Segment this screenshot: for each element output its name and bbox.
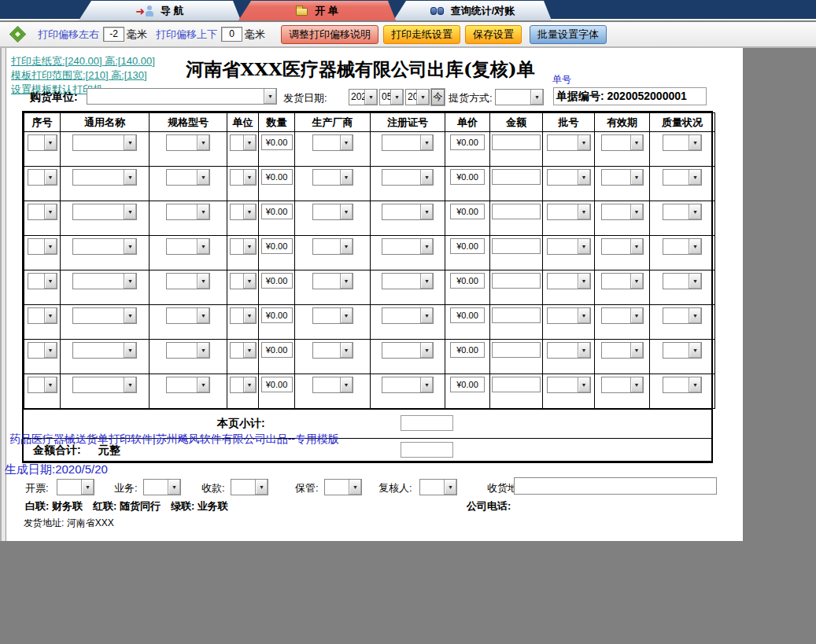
cell-combo[interactable]: ▼ — [72, 377, 137, 393]
dropdown-arrow-icon[interactable]: ▼ — [243, 204, 256, 219]
cell-combo[interactable]: ▼ — [312, 342, 353, 359]
today-button[interactable]: 今 — [431, 89, 445, 105]
dropdown-arrow-icon[interactable]: ▼ — [124, 377, 136, 392]
cell-combo[interactable]: ▼ — [547, 204, 591, 220]
dropdown-arrow-icon[interactable]: ▼ — [124, 343, 136, 358]
cell-combo[interactable]: ▼ — [166, 204, 210, 220]
dropdown-arrow-icon[interactable]: ▼ — [689, 135, 701, 150]
cell-combo[interactable]: ▼ — [382, 169, 434, 186]
cell-money-input[interactable]: ¥0.00 — [261, 273, 293, 289]
cell-combo[interactable]: ▼ — [382, 134, 434, 151]
cell-combo[interactable]: ▼ — [166, 238, 210, 255]
dropdown-arrow-icon[interactable]: ▼ — [630, 274, 643, 289]
dropdown-arrow-icon[interactable]: ▼ — [689, 204, 701, 219]
dropdown-arrow-icon[interactable]: ▼ — [630, 204, 643, 219]
cell-combo[interactable]: ▼ — [28, 307, 57, 324]
cell-combo[interactable]: ▼ — [601, 273, 644, 289]
custodian-combo[interactable]: ▼ — [324, 479, 362, 495]
cell-combo[interactable]: ▼ — [601, 169, 644, 186]
dropdown-arrow-icon[interactable]: ▼ — [420, 204, 433, 219]
cell-combo[interactable]: ▼ — [230, 342, 257, 359]
cell-combo[interactable]: ▼ — [663, 204, 702, 220]
total-amount-input[interactable] — [401, 442, 453, 458]
dropdown-arrow-icon[interactable]: ▼ — [340, 343, 353, 358]
delivery-method-combo[interactable]: ▼ — [495, 89, 544, 105]
cell-money-input[interactable]: ¥0.00 — [261, 134, 293, 150]
dropdown-arrow-icon[interactable]: ▼ — [81, 480, 94, 495]
cell-combo[interactable]: ▼ — [663, 273, 702, 289]
save-settings-button[interactable]: 保存设置 — [465, 25, 522, 44]
reviewer-combo[interactable]: ▼ — [419, 479, 457, 495]
cell-combo[interactable]: ▼ — [28, 377, 57, 393]
dropdown-arrow-icon[interactable]: ▼ — [124, 135, 136, 150]
cell-combo[interactable]: ▼ — [230, 204, 257, 220]
dropdown-arrow-icon[interactable]: ▼ — [630, 377, 643, 392]
dropdown-arrow-icon[interactable]: ▼ — [197, 204, 209, 219]
cell-combo[interactable]: ▼ — [72, 238, 137, 255]
cell-combo[interactable]: ▼ — [663, 342, 702, 359]
cell-money-input[interactable]: ¥0.00 — [450, 204, 485, 219]
dropdown-arrow-icon[interactable]: ▼ — [364, 90, 377, 105]
dropdown-arrow-icon[interactable]: ▼ — [243, 239, 256, 254]
cell-combo[interactable]: ▼ — [28, 204, 57, 220]
dropdown-arrow-icon[interactable]: ▼ — [340, 308, 353, 323]
dropdown-arrow-icon[interactable]: ▼ — [197, 135, 209, 150]
cell-combo[interactable]: ▼ — [72, 204, 137, 220]
dropdown-arrow-icon[interactable]: ▼ — [420, 135, 433, 150]
cell-combo[interactable]: ▼ — [601, 204, 644, 220]
cell-combo[interactable]: ▼ — [230, 238, 257, 255]
doc-number-input[interactable]: 单据编号: 2020052000001 — [553, 87, 707, 105]
cell-combo[interactable]: ▼ — [382, 377, 434, 393]
cell-combo[interactable]: ▼ — [663, 238, 702, 255]
dropdown-arrow-icon[interactable]: ▼ — [243, 135, 256, 150]
dropdown-arrow-icon[interactable]: ▼ — [44, 135, 57, 150]
dropdown-arrow-icon[interactable]: ▼ — [416, 90, 429, 105]
issuer-combo[interactable]: ▼ — [57, 479, 94, 495]
cell-money-input[interactable]: ¥0.00 — [450, 377, 485, 392]
offset-lr-input[interactable]: -2 — [103, 27, 124, 42]
dropdown-arrow-icon[interactable]: ▼ — [578, 239, 590, 254]
cell-combo[interactable]: ▼ — [230, 169, 257, 186]
cell-combo[interactable]: ▼ — [382, 238, 434, 255]
cell-combo[interactable]: ▼ — [166, 273, 210, 289]
cell-money-input[interactable]: ¥0.00 — [450, 273, 485, 289]
tab-query-stats[interactable]: 查询统计/对账 — [393, 1, 552, 20]
cell-amount-input[interactable] — [492, 169, 541, 185]
cell-combo[interactable]: ▼ — [312, 134, 353, 151]
dropdown-arrow-icon[interactable]: ▼ — [197, 274, 209, 289]
ship-date-day-combo[interactable]: 20▼ — [405, 89, 430, 105]
dropdown-arrow-icon[interactable]: ▼ — [340, 377, 353, 392]
cell-combo[interactable]: ▼ — [547, 238, 591, 255]
dropdown-arrow-icon[interactable]: ▼ — [349, 480, 361, 495]
dropdown-arrow-icon[interactable]: ▼ — [689, 274, 701, 289]
cell-combo[interactable]: ▼ — [230, 273, 257, 289]
dropdown-arrow-icon[interactable]: ▼ — [340, 274, 353, 289]
cell-money-input[interactable]: ¥0.00 — [450, 307, 485, 323]
adjust-offset-help-button[interactable]: 调整打印偏移说明 — [281, 25, 378, 44]
dropdown-arrow-icon[interactable]: ▼ — [197, 308, 209, 323]
cell-combo[interactable]: ▼ — [230, 134, 257, 151]
dropdown-arrow-icon[interactable]: ▼ — [340, 204, 353, 219]
dropdown-arrow-icon[interactable]: ▼ — [689, 308, 701, 323]
purchaser-combo[interactable]: ▼ — [87, 88, 277, 105]
dropdown-arrow-icon[interactable]: ▼ — [44, 204, 57, 219]
dropdown-arrow-icon[interactable]: ▼ — [630, 308, 643, 323]
dropdown-arrow-icon[interactable]: ▼ — [124, 239, 136, 254]
cell-combo[interactable]: ▼ — [663, 169, 702, 186]
cell-amount-input[interactable] — [492, 134, 541, 150]
dropdown-arrow-icon[interactable]: ▼ — [689, 343, 701, 358]
cell-money-input[interactable]: ¥0.00 — [261, 169, 293, 185]
cell-money-input[interactable]: ¥0.00 — [450, 238, 485, 254]
dropdown-arrow-icon[interactable]: ▼ — [243, 170, 256, 185]
cell-combo[interactable]: ▼ — [166, 307, 210, 324]
receive-address-input[interactable] — [514, 477, 717, 495]
dropdown-arrow-icon[interactable]: ▼ — [578, 343, 590, 358]
dropdown-arrow-icon[interactable]: ▼ — [689, 377, 701, 392]
dropdown-arrow-icon[interactable]: ▼ — [124, 274, 136, 289]
dropdown-arrow-icon[interactable]: ▼ — [340, 239, 353, 254]
cell-combo[interactable]: ▼ — [72, 307, 137, 324]
tab-create-order[interactable]: 开 单 — [238, 1, 396, 20]
dropdown-arrow-icon[interactable]: ▼ — [578, 135, 590, 150]
cell-combo[interactable]: ▼ — [28, 169, 57, 186]
dropdown-arrow-icon[interactable]: ▼ — [124, 204, 136, 219]
